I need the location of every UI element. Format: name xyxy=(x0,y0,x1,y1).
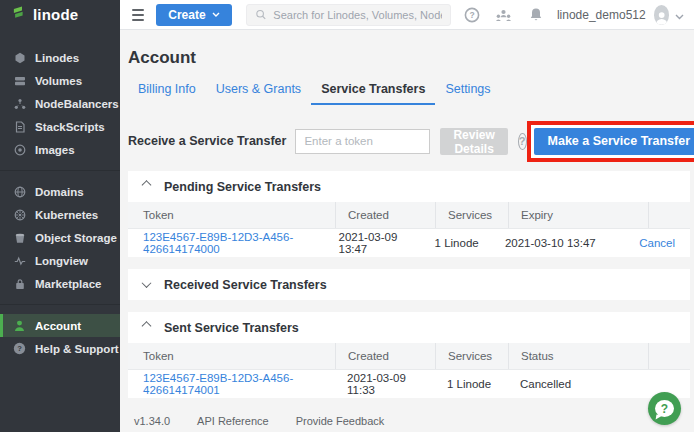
sidebar-item-object-storage[interactable]: Object Storage xyxy=(0,226,120,249)
collapse-chevron-icon xyxy=(142,180,152,190)
logo-text: linode xyxy=(33,6,78,23)
tab-users-grants[interactable]: Users & Grants xyxy=(206,77,311,105)
sidebar-divider xyxy=(0,170,120,171)
pending-table-header: Token Created Services Expiry xyxy=(128,202,690,229)
pending-transfers-accordion-header[interactable]: Pending Service Transfers xyxy=(128,171,690,202)
sent-transfers-panel: Sent Service Transfers Token Created Ser… xyxy=(128,312,690,398)
menu-toggle-icon[interactable] xyxy=(132,9,144,21)
column-header-status: Status xyxy=(508,343,648,369)
make-service-transfer-button[interactable]: Make a Service Transfer xyxy=(534,128,694,155)
sent-transfers-accordion-header[interactable]: Sent Service Transfers xyxy=(128,312,690,343)
token-input[interactable] xyxy=(295,129,430,154)
pending-services-cell: 1 Linode xyxy=(423,237,493,249)
community-icon[interactable] xyxy=(495,6,513,24)
sent-status-cell: Cancelled xyxy=(508,378,648,390)
sent-created-cell: 2021-03-09 11:33 xyxy=(335,372,435,396)
sidebar-item-marketplace[interactable]: Marketplace xyxy=(0,272,120,295)
receive-transfer-row: Receive a Service Transfer Review Detail… xyxy=(128,123,690,159)
app-version: v1.34.0 xyxy=(134,415,170,427)
sidebar-item-help-support[interactable]: ? Help & Support xyxy=(0,337,120,360)
global-search[interactable] xyxy=(246,4,451,26)
received-transfers-panel: Received Service Transfers xyxy=(128,269,690,300)
main-content: Account Billing Info Users & Grants Serv… xyxy=(120,30,694,432)
notifications-bell-icon[interactable] xyxy=(527,6,545,24)
domains-icon xyxy=(13,185,26,198)
search-input[interactable] xyxy=(273,9,442,21)
longview-icon xyxy=(13,254,26,267)
page-footer: v1.34.0 API Reference Provide Feedback xyxy=(134,415,690,427)
column-header-services: Services xyxy=(435,343,508,369)
column-header-created: Created xyxy=(335,343,435,369)
sidebar-item-volumes[interactable]: Volumes xyxy=(0,69,120,92)
linodes-icon xyxy=(13,51,26,64)
sidebar-item-kubernetes[interactable]: Kubernetes xyxy=(0,203,120,226)
sent-services-cell: 1 Linode xyxy=(435,378,508,390)
volumes-icon xyxy=(13,74,26,87)
help-icon[interactable]: ? xyxy=(463,6,481,24)
sidebar-item-longview[interactable]: Longview xyxy=(0,249,120,272)
create-button[interactable]: Create xyxy=(156,4,231,26)
column-header-token: Token xyxy=(128,343,335,369)
sidebar-item-stackscripts[interactable]: StackScripts xyxy=(0,115,120,138)
account-menu-chevron-icon[interactable] xyxy=(675,6,684,24)
sidebar-item-linodes[interactable]: Linodes xyxy=(0,46,120,69)
column-header-actions xyxy=(648,202,690,228)
pending-created-cell: 2021-03-09 13:47 xyxy=(326,231,422,255)
kubernetes-icon xyxy=(13,208,26,221)
account-icon xyxy=(13,319,26,332)
expand-chevron-icon xyxy=(142,278,152,288)
sidebar-divider xyxy=(0,304,120,305)
sent-table-header: Token Created Services Status xyxy=(128,343,690,370)
account-tabs: Billing Info Users & Grants Service Tran… xyxy=(128,77,690,105)
sidebar-item-images[interactable]: Images xyxy=(0,138,120,161)
page-title: Account xyxy=(128,48,690,68)
support-chat-bubble-icon[interactable]: ? xyxy=(648,392,681,425)
account-menu-username[interactable]: linode_demo512 xyxy=(557,8,646,22)
column-header-created: Created xyxy=(335,202,435,228)
pending-expiry-cell: 2021-03-10 13:47 xyxy=(493,237,627,249)
stackscripts-icon xyxy=(13,120,26,133)
object-storage-icon xyxy=(13,231,26,244)
svg-text:?: ? xyxy=(469,10,474,20)
cancel-transfer-button[interactable]: Cancel xyxy=(639,237,675,249)
linode-logo-icon xyxy=(12,5,27,24)
received-transfers-accordion-header[interactable]: Received Service Transfers xyxy=(128,269,690,300)
sent-token-link[interactable]: 123E4567-E89B-12D3-A456-426614174001 xyxy=(143,372,293,396)
sidebar-item-account[interactable]: Account xyxy=(0,314,120,337)
pending-transfers-panel: Pending Service Transfers Token Created … xyxy=(128,171,690,257)
receive-help-icon[interactable]: ? xyxy=(518,133,527,150)
linode-logo[interactable]: linode xyxy=(0,0,120,30)
pending-token-link[interactable]: 123E4567-E89B-12D3-A456-426614174000 xyxy=(143,231,293,255)
marketplace-icon xyxy=(13,277,26,290)
provide-feedback-link[interactable]: Provide Feedback xyxy=(296,415,385,427)
column-header-token: Token xyxy=(128,202,335,228)
review-details-button[interactable]: Review Details xyxy=(440,128,507,155)
svg-text:?: ? xyxy=(17,344,22,353)
api-reference-link[interactable]: API Reference xyxy=(197,415,269,427)
avatar[interactable] xyxy=(654,5,669,25)
column-header-expiry: Expiry xyxy=(508,202,648,228)
sidebar-item-domains[interactable]: Domains xyxy=(0,180,120,203)
nodebalancers-icon xyxy=(13,97,26,110)
help-support-icon: ? xyxy=(13,342,26,355)
tab-settings[interactable]: Settings xyxy=(435,77,500,105)
search-icon xyxy=(255,8,267,21)
chevron-down-icon xyxy=(212,12,220,17)
top-navigation-bar: linode Create ? xyxy=(0,0,694,30)
receive-transfer-label: Receive a Service Transfer xyxy=(128,134,286,148)
sidebar-item-nodebalancers[interactable]: NodeBalancers xyxy=(0,92,120,115)
images-icon xyxy=(13,143,26,156)
column-header-services: Services xyxy=(435,202,508,228)
table-row: 123E4567-E89B-12D3-A456-426614174000 202… xyxy=(128,229,690,257)
collapse-chevron-icon xyxy=(142,321,152,331)
tab-service-transfers[interactable]: Service Transfers xyxy=(311,77,435,105)
sidebar-navigation: Linodes Volumes NodeBalancers StackScrip… xyxy=(0,30,120,432)
tab-billing-info[interactable]: Billing Info xyxy=(128,77,206,105)
annotation-highlight: Make a Service Transfer xyxy=(527,121,694,162)
table-row: 123E4567-E89B-12D3-A456-426614174001 202… xyxy=(128,370,690,398)
